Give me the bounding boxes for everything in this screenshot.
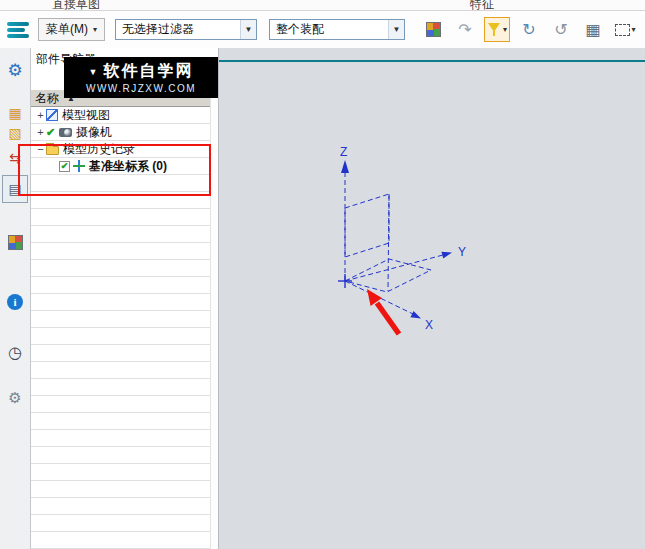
rectangle-select-icon[interactable]: ▾	[612, 17, 638, 42]
name-column-label: 名称	[35, 90, 59, 107]
view-orient-cube-icon[interactable]	[420, 17, 446, 42]
empty-row	[31, 311, 210, 328]
web-browser-icon-glyph: i	[7, 294, 23, 310]
part-navigator-panel: 部件导航器 名称 ▲ +模型视图+✔摄像机−模型历史记录✔基准坐标系 (0)	[31, 48, 219, 549]
rectangle-select-icon-glyph	[615, 24, 630, 36]
empty-row	[31, 379, 210, 396]
chevron-down-icon[interactable]: ▾	[503, 25, 507, 34]
tree-item-label: 基准坐标系 (0)	[89, 158, 167, 175]
watermark-title: 软件自学网	[103, 61, 193, 82]
menu-logo-icon	[4, 20, 32, 40]
undo-view-icon[interactable]: ↷	[452, 17, 478, 42]
tree-item-model-history[interactable]: −模型历史记录	[31, 141, 210, 158]
watermark-subtitle: WWW.RJZXW.COM	[86, 83, 196, 94]
y-axis-arrowhead	[441, 252, 452, 259]
empty-row	[31, 175, 210, 192]
watermark-logo-icon: ▼	[89, 67, 100, 77]
chevron-down-icon[interactable]: ▾	[632, 25, 636, 34]
dropdown-arrow-icon[interactable]: ▼	[388, 20, 404, 39]
nx-application-window: 直接草图 特征 菜单(M) ▾ 无选择过滤器 ▼ 整个装配 ▼ ↷▾↻↺▦▾ ⚙…	[0, 0, 645, 549]
navigator-rows: +模型视图+✔摄像机−模型历史记录✔基准坐标系 (0)	[31, 107, 210, 549]
empty-row	[31, 243, 210, 260]
tree-item-label: 摄像机	[76, 124, 112, 141]
reuse-library-icon[interactable]	[2, 232, 28, 252]
tutorial-arrow	[377, 303, 399, 334]
system-tools-icon[interactable]: ⚙	[2, 388, 28, 408]
swap-arrows-icon[interactable]: ⇆	[2, 148, 28, 168]
empty-row	[31, 294, 210, 311]
empty-row	[31, 209, 210, 226]
shaded-view-icon-glyph: ▦	[585, 20, 600, 39]
empty-row	[31, 396, 210, 413]
constraint-navigator-icon-glyph: ▧	[8, 125, 21, 141]
selection-filter-dropdown[interactable]: 无选择过滤器 ▼	[115, 19, 257, 40]
ribbon-group-feature: 特征	[470, 0, 494, 11]
empty-row	[31, 498, 210, 515]
empty-row	[31, 430, 210, 447]
undo-view-icon-glyph: ↷	[458, 20, 471, 39]
datum-plane-vertical	[345, 194, 389, 257]
z-axis-label: Z	[340, 145, 347, 159]
tree-item-cameras[interactable]: +✔摄像机	[31, 124, 210, 141]
model-views-icon	[46, 109, 58, 121]
empty-row	[31, 192, 210, 209]
refresh-view-icon[interactable]: ↺	[548, 17, 574, 42]
navigator-scrollbar[interactable]	[210, 90, 218, 549]
empty-row	[31, 464, 210, 481]
panel-body: 名称 ▲ +模型视图+✔摄像机−模型历史记录✔基准坐标系 (0)	[31, 90, 218, 549]
graphics-window[interactable]: Z Y X	[219, 48, 645, 549]
x-axis-label: X	[425, 318, 433, 332]
menu-button-label: 菜单(M)	[46, 21, 88, 38]
assembly-navigator-icon-glyph: ▦	[8, 105, 21, 121]
ribbon-group-direct-sketch: 直接草图	[52, 0, 100, 11]
gear-icon-glyph: ⚙	[7, 60, 22, 81]
constraint-navigator-icon[interactable]: ▧	[2, 123, 28, 143]
tree-expander-icon[interactable]: +	[35, 110, 46, 121]
history-icon-glyph: ◷	[8, 343, 22, 362]
tree-item-model-views[interactable]: +模型视图	[31, 107, 210, 124]
history-icon[interactable]: ◷	[2, 342, 28, 362]
rows-column: 名称 ▲ +模型视图+✔摄像机−模型历史记录✔基准坐标系 (0)	[31, 90, 210, 549]
selection-filter-value: 无选择过滤器	[116, 21, 240, 38]
dropdown-arrow-icon[interactable]: ▼	[240, 20, 256, 39]
check-mark-icon: ✔	[46, 126, 59, 139]
selection-scope-dropdown[interactable]: 整个装配 ▼	[269, 19, 405, 40]
tree-item-label: 模型视图	[62, 107, 110, 124]
datum-csys-graphic: Z Y X	[219, 48, 645, 549]
empty-row	[31, 413, 210, 430]
empty-row	[31, 447, 210, 464]
empty-row	[31, 260, 210, 277]
system-tools-icon-glyph: ⚙	[8, 389, 21, 407]
gear-icon[interactable]: ⚙	[2, 60, 28, 80]
main-toolbar: 菜单(M) ▾ 无选择过滤器 ▼ 整个装配 ▼ ↷▾↻↺▦▾	[0, 11, 645, 48]
chevron-down-icon: ▾	[93, 25, 97, 34]
selection-filter-icon[interactable]: ▾	[484, 17, 510, 42]
y-axis-label: Y	[458, 245, 466, 259]
view-orient-cube-icon-glyph	[426, 22, 441, 37]
menu-button[interactable]: 菜单(M) ▾	[38, 18, 105, 41]
part-navigator-icon[interactable]: ▤	[2, 175, 28, 203]
tree-expander-icon[interactable]: −	[35, 144, 46, 155]
empty-row	[31, 345, 210, 362]
tree-item-datum-csys[interactable]: ✔基准坐标系 (0)	[31, 158, 210, 175]
refresh-view-icon-glyph: ↺	[554, 20, 567, 39]
reuse-library-icon-glyph	[8, 235, 23, 250]
ribbon-strip: 直接草图 特征	[0, 0, 645, 11]
rotate-view-icon-glyph: ↻	[522, 20, 535, 39]
datum-csys-icon	[73, 160, 85, 172]
x-axis-arrowhead	[410, 311, 421, 319]
rotate-view-icon[interactable]: ↻	[516, 17, 542, 42]
sidebar-icon-strip: ⚙▦▧⇆▤i◷⚙	[0, 48, 31, 549]
shaded-view-icon[interactable]: ▦	[580, 17, 606, 42]
assembly-navigator-icon[interactable]: ▦	[2, 103, 28, 123]
empty-row	[31, 226, 210, 243]
visibility-checkbox[interactable]: ✔	[59, 161, 70, 172]
swap-arrows-icon-glyph: ⇆	[9, 150, 21, 166]
selection-scope-value: 整个装配	[270, 21, 388, 38]
empty-row	[31, 277, 210, 294]
empty-row	[31, 481, 210, 498]
web-browser-icon[interactable]: i	[2, 292, 28, 312]
empty-row	[31, 328, 210, 345]
y-axis-line	[345, 255, 443, 281]
tree-expander-icon[interactable]: +	[35, 127, 46, 138]
